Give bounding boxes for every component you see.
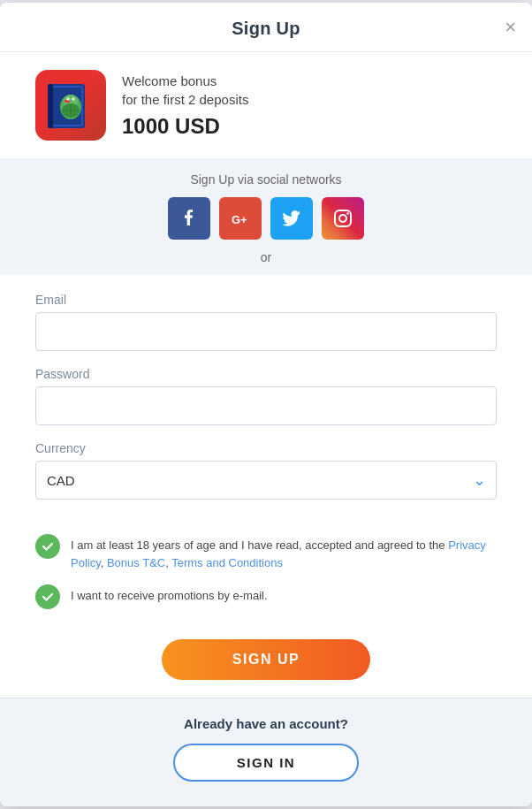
- checkbox-section: I am at least 18 years of age and I have…: [0, 524, 532, 627]
- instagram-button[interactable]: [322, 197, 364, 240]
- form-section: Email Password Currency CAD USD EUR GBP …: [0, 275, 532, 524]
- bonus-image: [35, 70, 106, 141]
- password-label: Password: [35, 367, 497, 381]
- bonus-tnc-link[interactable]: Bonus T&C: [107, 556, 165, 569]
- signin-section: Already have an account? SIGN IN: [0, 698, 532, 806]
- promotions-checkmark[interactable]: [35, 584, 60, 609]
- check-icon-2: [41, 590, 55, 604]
- currency-label: Currency: [35, 441, 497, 455]
- signup-btn-wrap: SIGN UP: [0, 627, 532, 698]
- close-button[interactable]: ×: [505, 18, 516, 37]
- currency-select[interactable]: CAD USD EUR GBP: [35, 461, 497, 500]
- signup-button[interactable]: SIGN UP: [162, 639, 370, 680]
- terms-checkmark[interactable]: [35, 534, 60, 559]
- currency-group: Currency CAD USD EUR GBP ⌄: [35, 441, 497, 500]
- signin-button[interactable]: SIGN IN: [173, 744, 359, 782]
- social-label: Sign Up via social networks: [190, 172, 341, 187]
- password-input[interactable]: [35, 386, 497, 425]
- password-group: Password: [35, 367, 497, 425]
- social-section: Sign Up via social networks G+: [0, 158, 532, 275]
- modal-title: Sign Up: [232, 19, 300, 39]
- svg-rect-6: [65, 100, 70, 103]
- terms-checkbox-row: I am at least 18 years of age and I have…: [35, 533, 497, 571]
- twitter-icon: [282, 209, 301, 228]
- facebook-button[interactable]: [168, 197, 210, 240]
- svg-point-7: [67, 98, 70, 101]
- bonus-subtitle: Welcome bonus for the first 2 deposits: [122, 72, 248, 109]
- instagram-icon: [333, 209, 353, 228]
- svg-text:G+: G+: [232, 213, 247, 226]
- bonus-illustration: [41, 75, 101, 135]
- terms-conditions-link[interactable]: Terms and Conditions: [171, 556, 283, 569]
- currency-select-wrap: CAD USD EUR GBP ⌄: [35, 461, 497, 500]
- social-icons: G+: [168, 197, 364, 240]
- or-divider: or: [261, 250, 271, 264]
- google-icon: G+: [231, 209, 250, 228]
- email-label: Email: [35, 293, 497, 307]
- svg-rect-3: [48, 84, 53, 128]
- modal-header: Sign Up ×: [0, 3, 532, 52]
- email-input[interactable]: [35, 312, 497, 351]
- bonus-text: Welcome bonus for the first 2 deposits 1…: [122, 72, 248, 139]
- signup-modal: Sign Up ×: [0, 3, 532, 806]
- terms-text: I am at least 18 years of age and I have…: [71, 533, 497, 571]
- bonus-section: Welcome bonus for the first 2 deposits 1…: [0, 52, 532, 158]
- check-icon: [41, 539, 55, 553]
- promotions-checkbox-row: I want to receive promotions by e-mail.: [35, 584, 497, 609]
- signin-question: Already have an account?: [184, 716, 348, 731]
- google-button[interactable]: G+: [219, 197, 262, 240]
- email-group: Email: [35, 293, 497, 351]
- promotions-text: I want to receive promotions by e-mail.: [71, 584, 268, 605]
- bonus-amount: 1000 USD: [122, 114, 248, 139]
- svg-point-8: [72, 98, 75, 101]
- twitter-button[interactable]: [270, 197, 313, 240]
- svg-point-14: [339, 215, 346, 222]
- facebook-icon: [179, 209, 199, 228]
- svg-point-15: [346, 212, 348, 214]
